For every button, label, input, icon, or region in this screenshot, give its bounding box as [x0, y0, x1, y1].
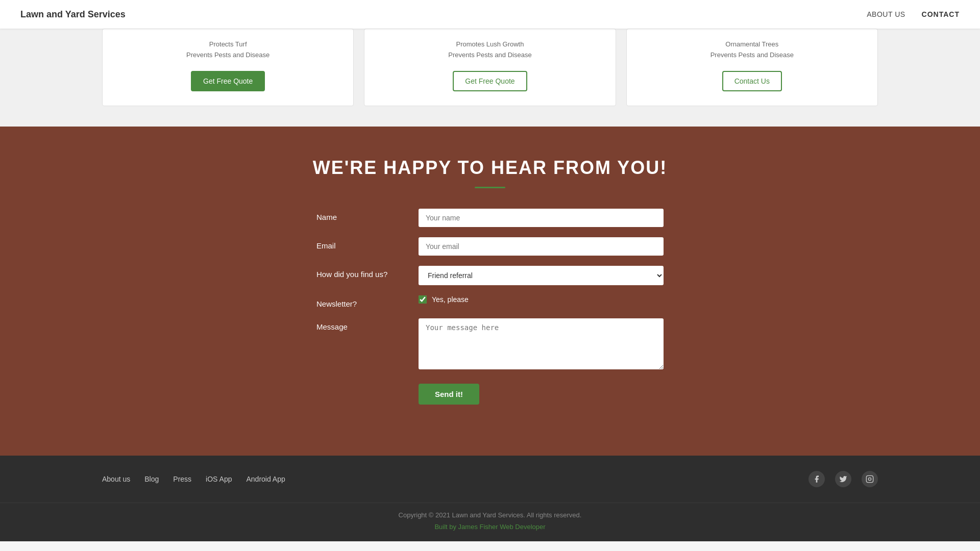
- message-textarea[interactable]: [419, 318, 664, 369]
- nav-link-contact[interactable]: CONTACT: [922, 10, 960, 18]
- navbar: Lawn and Yard Services ABOUT US CONTACT: [0, 0, 980, 29]
- card-3: Ornamental Trees Prevents Pests and Dise…: [626, 29, 878, 106]
- nav-links: ABOUT US CONTACT: [867, 10, 960, 19]
- newsletter-checkbox-row: Yes, please: [419, 295, 664, 304]
- name-row: Name: [316, 209, 664, 227]
- card-3-content: Ornamental Trees Prevents Pests and Dise…: [710, 39, 794, 61]
- card-1-line-2: Prevents Pests and Disease: [186, 50, 270, 61]
- copyright-text: Copyright © 2021 Lawn and Yard Services.…: [10, 511, 970, 519]
- footer-links: About us Blog Press iOS App Android App: [102, 474, 285, 484]
- built-by-link[interactable]: Built by James Fisher Web Developer: [434, 523, 545, 531]
- card-2-line-2: Prevents Pests and Disease: [448, 50, 531, 61]
- footer-link-android[interactable]: Android App: [246, 475, 285, 483]
- card-3-line-2: Prevents Pests and Disease: [710, 50, 794, 61]
- card-1-button[interactable]: Get Free Quote: [191, 71, 265, 91]
- email-field-wrapper: [419, 237, 664, 256]
- heading-divider: [475, 187, 505, 188]
- send-button[interactable]: Send it!: [419, 384, 479, 405]
- newsletter-label: Newsletter?: [316, 295, 419, 308]
- card-1-content: Protects Turf Prevents Pests and Disease: [186, 39, 270, 61]
- submit-spacer: [316, 382, 419, 386]
- newsletter-checkbox[interactable]: [419, 295, 427, 304]
- email-input[interactable]: [419, 237, 664, 256]
- card-2: Promotes Lush Growth Prevents Pests and …: [364, 29, 616, 106]
- svg-rect-0: [866, 475, 873, 482]
- card-1-line-1: Protects Turf: [186, 39, 270, 50]
- card-1: Protects Turf Prevents Pests and Disease…: [102, 29, 354, 106]
- nav-logo: Lawn and Yard Services: [20, 9, 126, 20]
- footer-link-press[interactable]: Press: [173, 475, 191, 483]
- name-label: Name: [316, 209, 419, 221]
- card-2-line-1: Promotes Lush Growth: [448, 39, 531, 50]
- facebook-icon[interactable]: [808, 471, 825, 487]
- footer-social: [808, 471, 878, 487]
- card-3-button[interactable]: Contact Us: [722, 71, 782, 91]
- source-label: How did you find us?: [316, 266, 419, 279]
- footer-bottom: Copyright © 2021 Lawn and Yard Services.…: [0, 503, 980, 541]
- footer-link-blog[interactable]: Blog: [144, 475, 159, 483]
- source-row: How did you find us? Friend referral Goo…: [316, 266, 664, 285]
- footer-link-about[interactable]: About us: [102, 475, 130, 483]
- newsletter-field-wrapper: Yes, please: [419, 295, 664, 304]
- message-label: Message: [316, 318, 419, 331]
- contact-form: Name Email How did you find us? Friend r…: [316, 209, 664, 405]
- email-row: Email: [316, 237, 664, 256]
- source-select[interactable]: Friend referral Google Search Social Med…: [419, 266, 664, 285]
- source-field-wrapper: Friend referral Google Search Social Med…: [419, 266, 664, 285]
- footer-link-ios[interactable]: iOS App: [206, 475, 232, 483]
- instagram-icon[interactable]: [862, 471, 878, 487]
- footer: About us Blog Press iOS App Android App: [0, 456, 980, 503]
- contact-heading: WE'RE HAPPY TO HEAR FROM YOU!: [313, 157, 668, 179]
- twitter-icon[interactable]: [835, 471, 851, 487]
- message-field-wrapper: [419, 318, 664, 371]
- svg-point-1: [868, 478, 871, 480]
- card-2-button[interactable]: Get Free Quote: [453, 71, 527, 91]
- nav-link-about[interactable]: ABOUT US: [867, 10, 905, 18]
- contact-form-wrapper: Name Email How did you find us? Friend r…: [306, 209, 674, 415]
- card-3-line-1: Ornamental Trees: [710, 39, 794, 50]
- submit-row: Send it!: [316, 382, 664, 405]
- newsletter-checkbox-label[interactable]: Yes, please: [432, 295, 469, 304]
- contact-section: WE'RE HAPPY TO HEAR FROM YOU! Name Email…: [0, 127, 980, 456]
- name-field-wrapper: [419, 209, 664, 227]
- submit-wrapper: Send it!: [419, 382, 664, 405]
- newsletter-row: Newsletter? Yes, please: [316, 295, 664, 308]
- name-input[interactable]: [419, 209, 664, 227]
- message-row: Message: [316, 318, 664, 371]
- cards-section: Protects Turf Prevents Pests and Disease…: [0, 29, 980, 127]
- card-2-content: Promotes Lush Growth Prevents Pests and …: [448, 39, 531, 61]
- email-label: Email: [316, 237, 419, 250]
